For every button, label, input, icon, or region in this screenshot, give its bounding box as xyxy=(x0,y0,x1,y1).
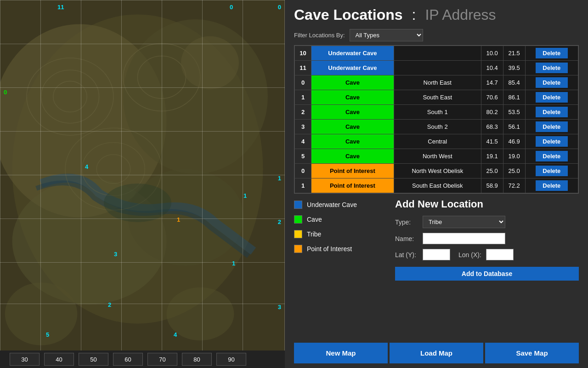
map-top-label-11: 11 xyxy=(57,4,64,11)
cell-id: 0 xyxy=(295,75,311,90)
cell-delete[interactable]: Delete xyxy=(525,90,578,105)
add-type-row: Type: Tribe Cave Underwater Cave Point o… xyxy=(395,216,579,228)
marker-1-orange: 1 xyxy=(177,216,180,223)
cell-type: Cave xyxy=(311,90,394,105)
data-panel: Cave Locations : IP Address Filter Locat… xyxy=(285,0,588,368)
cell-delete[interactable]: Delete xyxy=(525,75,578,90)
cell-delete[interactable]: Delete xyxy=(525,46,578,61)
cell-lon: 46.9 xyxy=(503,134,525,149)
cell-lon: 39.5 xyxy=(503,61,525,75)
legend-underwater-cave: Underwater Cave xyxy=(294,201,386,209)
ruler-60: 60 xyxy=(113,353,143,366)
cell-type: Underwater Cave xyxy=(311,61,394,75)
table-row: 1 Cave South East 70.6 86.1 Delete xyxy=(295,90,578,105)
new-map-button[interactable]: New Map xyxy=(294,343,388,363)
add-name-row: Name: xyxy=(395,233,579,244)
map-right-3: 3 xyxy=(278,304,281,310)
cell-type: Point of Interest xyxy=(311,164,394,178)
cell-id: 10 xyxy=(295,46,311,61)
add-lon-input[interactable] xyxy=(486,249,514,260)
marker-2: 2 xyxy=(108,301,111,308)
cell-name: North West xyxy=(394,149,481,164)
cell-id: 1 xyxy=(295,90,311,105)
add-name-input[interactable] xyxy=(423,233,505,244)
cell-name: North East xyxy=(394,75,481,90)
cell-name: South East xyxy=(394,90,481,105)
cell-delete[interactable]: Delete xyxy=(525,178,578,193)
table-row: 11 Underwater Cave 10.4 39.5 Delete xyxy=(295,61,578,75)
delete-button[interactable]: Delete xyxy=(536,180,568,191)
cell-type: Cave xyxy=(311,149,394,164)
delete-button[interactable]: Delete xyxy=(536,121,568,132)
delete-button[interactable]: Delete xyxy=(536,107,568,117)
save-map-button[interactable]: Save Map xyxy=(485,343,579,363)
cell-id: 2 xyxy=(295,105,311,120)
cell-type: Cave xyxy=(311,120,394,134)
add-coord-row: Lat (Y): Lon (X): xyxy=(395,249,579,260)
locations-table: 10 Underwater Cave 10.0 21.5 Delete 11 U… xyxy=(294,46,578,193)
cell-lon: 85.4 xyxy=(503,75,525,90)
cell-id: 1 xyxy=(295,178,311,193)
cell-name: South 1 xyxy=(394,105,481,120)
marker-4-bot: 4 xyxy=(174,331,177,338)
footer-buttons: New Map Load Map Save Map xyxy=(285,338,588,368)
marker-3: 3 xyxy=(114,251,117,258)
cell-lat: 19.1 xyxy=(481,149,503,164)
cell-lat: 10.0 xyxy=(481,46,503,61)
cell-id: 0 xyxy=(295,164,311,178)
bottom-section: Underwater Cave Cave Tribe Point of Inte… xyxy=(285,194,588,338)
marker-1-right: 1 xyxy=(232,260,235,267)
marker-1-mid: 1 xyxy=(243,192,247,199)
cell-delete[interactable]: Delete xyxy=(525,164,578,178)
ruler-40: 40 xyxy=(44,353,74,366)
delete-button[interactable]: Delete xyxy=(536,151,568,161)
table-row: 3 Cave South 2 68.3 56.1 Delete xyxy=(295,120,578,134)
filter-select[interactable]: All Types Cave Underwater Cave Point of … xyxy=(350,29,423,41)
add-type-select[interactable]: Tribe Cave Underwater Cave Point of Inte… xyxy=(423,216,505,228)
cell-lon: 86.1 xyxy=(503,90,525,105)
ruler-50: 50 xyxy=(79,353,108,366)
delete-button[interactable]: Delete xyxy=(536,77,568,88)
add-new-panel: Add New Location Type: Tribe Cave Underw… xyxy=(395,198,579,334)
delete-button[interactable]: Delete xyxy=(536,48,568,58)
ruler-70: 70 xyxy=(147,353,177,366)
legend-poi: Point of Interest xyxy=(294,245,386,253)
cell-delete[interactable]: Delete xyxy=(525,120,578,134)
cell-lon: 21.5 xyxy=(503,46,525,61)
cell-type: Underwater Cave xyxy=(311,46,394,61)
cell-delete[interactable]: Delete xyxy=(525,134,578,149)
legend-tribe: Tribe xyxy=(294,230,386,238)
legend-swatch-yellow xyxy=(294,230,302,238)
cell-type: Point of Interest xyxy=(311,178,394,193)
delete-button[interactable]: Delete xyxy=(536,92,568,103)
delete-button[interactable]: Delete xyxy=(536,166,568,176)
delete-button[interactable]: Delete xyxy=(536,136,568,147)
cell-id: 3 xyxy=(295,120,311,134)
add-lat-input[interactable] xyxy=(423,249,450,260)
cell-type: Cave xyxy=(311,75,394,90)
cell-lat: 70.6 xyxy=(481,90,503,105)
legend-panel: Underwater Cave Cave Tribe Point of Inte… xyxy=(294,198,386,334)
cell-lon: 72.2 xyxy=(503,178,525,193)
cell-name: South East Obelisk xyxy=(394,178,481,193)
cell-delete[interactable]: Delete xyxy=(525,149,578,164)
map-left-label-0: 0 xyxy=(4,89,7,96)
map-right-1: 1 xyxy=(278,175,281,182)
delete-button[interactable]: Delete xyxy=(536,63,568,73)
cell-name xyxy=(394,61,481,75)
cell-delete[interactable]: Delete xyxy=(525,61,578,75)
cell-lat: 68.3 xyxy=(481,120,503,134)
marker-4: 4 xyxy=(85,163,88,170)
panel-header: Cave Locations : IP Address xyxy=(285,0,588,27)
map-right-0a: 0 xyxy=(278,4,281,11)
ruler-80: 80 xyxy=(182,353,212,366)
cell-id: 4 xyxy=(295,134,311,149)
load-map-button[interactable]: Load Map xyxy=(390,343,483,363)
cell-name: South 2 xyxy=(394,120,481,134)
cell-lat: 10.4 xyxy=(481,61,503,75)
table-row: 5 Cave North West 19.1 19.0 Delete xyxy=(295,149,578,164)
ruler-90: 90 xyxy=(216,353,246,366)
add-to-database-button[interactable]: Add to Database xyxy=(395,267,579,281)
cell-delete[interactable]: Delete xyxy=(525,105,578,120)
table-row: 1 Point of Interest South East Obelisk 5… xyxy=(295,178,578,193)
